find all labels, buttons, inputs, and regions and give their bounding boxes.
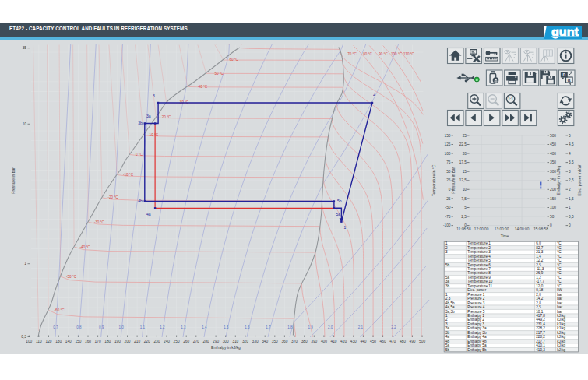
svg-text:3a,3b: 3a,3b: [445, 310, 455, 314]
svg-text:bar: bar: [557, 301, 562, 305]
svg-text:449,2: 449,2: [536, 318, 545, 322]
svg-text:200: 200: [550, 188, 556, 192]
svg-text:Temperature 11: Temperature 11: [467, 284, 492, 288]
svg-text:231,4: 231,4: [536, 322, 545, 326]
svg-text:Pressure 5: Pressure 5: [467, 310, 485, 314]
svg-text:n: n: [562, 72, 565, 77]
svg-text:10 °C: 10 °C: [150, 133, 159, 137]
svg-text:Enthalpy 1: Enthalpy 1: [467, 314, 484, 318]
svg-text:2,5: 2,5: [569, 178, 574, 182]
svg-text:390: 390: [311, 340, 317, 343]
svg-text:410: 410: [330, 340, 336, 343]
svg-text:0 °C: 0 °C: [136, 153, 143, 157]
svg-text:250: 250: [174, 340, 180, 343]
svg-text:12,2: 12,2: [536, 259, 543, 262]
svg-text:360: 360: [281, 340, 287, 343]
svg-text:82,7: 82,7: [536, 246, 543, 250]
svg-text:2,5: 2,5: [536, 263, 541, 267]
svg-text:°C: °C: [557, 276, 562, 280]
svg-text:6,0: 6,0: [536, 241, 541, 245]
svg-text:4: 4: [569, 152, 571, 156]
svg-text:11:08:58: 11:08:58: [456, 227, 471, 231]
svg-text:Enthalpy 4b: Enthalpy 4b: [467, 340, 487, 343]
svg-text:50 °C: 50 °C: [214, 72, 224, 76]
svg-text:4a,5a: 4a,5a: [445, 305, 455, 309]
svg-text:1,0: 1,0: [119, 325, 125, 329]
svg-text:1: 1: [445, 241, 448, 245]
svg-text:5b: 5b: [337, 199, 342, 203]
svg-text:150: 150: [75, 340, 81, 343]
svg-text:100: 100: [26, 340, 32, 343]
svg-text:bar: bar: [557, 297, 562, 301]
svg-text:Enthalpy 3a: Enthalpy 3a: [467, 326, 487, 330]
svg-text:130: 130: [55, 340, 62, 343]
svg-text:Pressure in bar: Pressure in bar: [451, 167, 456, 193]
svg-text:1,6: 1,6: [245, 325, 250, 329]
svg-text:4,5: 4,5: [569, 142, 574, 146]
svg-text:260: 260: [183, 340, 189, 343]
svg-text:5b: 5b: [445, 263, 450, 267]
svg-text:Pressure 1: Pressure 1: [467, 293, 485, 297]
svg-text:Enthalpy in kJ/kg: Enthalpy in kJ/kg: [557, 166, 562, 195]
svg-text:5a: 5a: [336, 212, 341, 216]
svg-text:Pressure 3: Pressure 3: [467, 301, 485, 305]
svg-text:Temperature 4: Temperature 4: [467, 255, 491, 259]
svg-text:Enthalpy 3b: Enthalpy 3b: [467, 331, 487, 335]
svg-text:220: 220: [144, 340, 150, 343]
svg-text:°C: °C: [557, 267, 562, 271]
svg-text:430: 430: [350, 340, 357, 343]
svg-text:1,4: 1,4: [536, 255, 541, 259]
svg-text:-50: -50: [445, 206, 451, 209]
svg-text:26,9: 26,9: [536, 271, 543, 275]
svg-text:°C: °C: [557, 255, 562, 259]
svg-text:1,2: 1,2: [536, 276, 541, 280]
svg-text:300: 300: [550, 170, 556, 174]
svg-text:Temperature 10: Temperature 10: [467, 280, 493, 283]
svg-text:250: 250: [550, 178, 556, 182]
svg-text:230: 230: [153, 340, 160, 343]
svg-text:2,2: 2,2: [391, 325, 396, 329]
svg-text:370: 370: [291, 340, 298, 343]
svg-text:0,18: 0,18: [536, 288, 543, 292]
svg-text:0,7: 0,7: [53, 325, 58, 329]
svg-text:Temperature 5: Temperature 5: [467, 259, 491, 262]
svg-text:Temperature 6: Temperature 6: [467, 263, 491, 267]
svg-text:Pressure 4: Pressure 4: [467, 305, 485, 309]
svg-text:3b: 3b: [445, 284, 450, 288]
svg-text:420: 420: [340, 340, 347, 343]
svg-text:200: 200: [124, 340, 130, 343]
svg-text:4b,5b: 4b,5b: [445, 301, 455, 305]
svg-text:3b: 3b: [138, 121, 143, 125]
svg-text:70 °C: 70 °C: [347, 52, 357, 56]
svg-text:Temperature in °C: Temperature in °C: [432, 164, 437, 196]
svg-text:3: 3: [569, 170, 571, 174]
svg-text:1: 1: [343, 225, 346, 230]
svg-text:kJ/kg: kJ/kg: [557, 340, 565, 343]
svg-text:75: 75: [446, 160, 451, 164]
svg-text:1,7: 1,7: [266, 325, 271, 329]
svg-text:270: 270: [193, 340, 199, 343]
svg-text:4a: 4a: [146, 212, 151, 216]
svg-text:4b: 4b: [445, 340, 450, 343]
svg-text:228,2: 228,2: [536, 326, 545, 330]
svg-text:10: 10: [463, 188, 467, 192]
svg-text:Temperature 1: Temperature 1: [467, 241, 491, 245]
svg-text:1: 1: [24, 262, 26, 266]
svg-text:1,9: 1,9: [308, 325, 314, 329]
svg-text:290: 290: [213, 340, 219, 343]
svg-text:10,1: 10,1: [536, 310, 543, 314]
svg-text:490: 490: [409, 340, 415, 343]
svg-text:280: 280: [202, 340, 209, 343]
svg-text:110 °C: 110 °C: [403, 52, 414, 56]
svg-text:2,1: 2,1: [358, 325, 364, 329]
svg-text:90 °C: 90 °C: [379, 52, 388, 56]
svg-text:bar: bar: [557, 310, 562, 314]
svg-text:2,0: 2,0: [328, 325, 333, 329]
svg-text:kJ/kg: kJ/kg: [557, 343, 565, 347]
svg-text:-20 °C: -20 °C: [108, 195, 119, 199]
svg-text:2,3: 2,3: [445, 297, 451, 301]
svg-text:bar: bar: [557, 293, 562, 297]
svg-text:Time: Time: [501, 234, 509, 238]
svg-text:3a: 3a: [146, 114, 151, 118]
svg-text:3a: 3a: [445, 326, 450, 330]
